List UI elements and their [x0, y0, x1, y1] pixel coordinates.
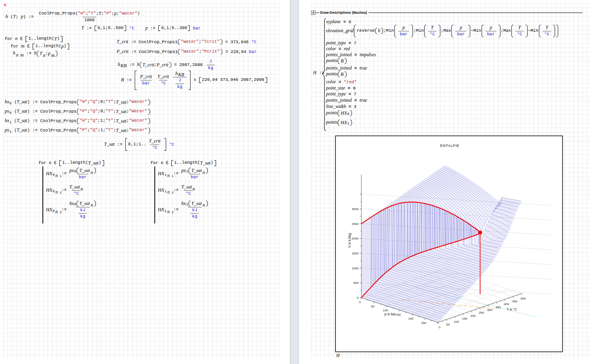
math-token: T — [518, 25, 521, 31]
opt-points-HX0[interactable]: pointsHX0 — [326, 110, 352, 116]
def-h-function[interactable]: h (T; p) := CoolProp_Props ("H"; "T"; T;… — [5, 11, 143, 23]
def-T-range[interactable]: T := 0,1;5..500 °C — [81, 25, 134, 31]
opt-points-B-1[interactable]: pointsB — [326, 58, 347, 64]
math-token: ; — [154, 62, 157, 68]
subscript: 1 — [165, 190, 167, 194]
def-B-matrix[interactable]: B := P_critbar T_crit°C hKBJkg = 220,64 … — [121, 71, 268, 90]
math-token: 220,64 — [231, 49, 246, 54]
math-token: ; — [113, 128, 116, 133]
surface-plot-svg: 0500100015002000250030000501001502002500… — [336, 136, 562, 351]
math-token: 3 — [354, 104, 356, 109]
math-token: 2 — [172, 191, 174, 194]
math-token: ; — [383, 28, 386, 34]
def-px0[interactable]: px0 (T_sat) := CoolProp_Props"P"; "Q"; 0… — [5, 108, 150, 115]
math-token: p — [490, 25, 492, 31]
subscript: 1 — [347, 122, 349, 126]
svg-text:200: 200 — [408, 317, 414, 320]
svg-text:450: 450 — [512, 300, 518, 303]
opt-xyplane[interactable]: xyplane = 0 — [326, 19, 351, 25]
def-hx0[interactable]: hx0 (T_sat) := CoolProp_Props"H"; "Q"; 0… — [5, 99, 150, 105]
svg-text:150: 150 — [462, 317, 467, 320]
math-token: 0 — [100, 109, 103, 114]
math-token: ( — [86, 160, 88, 166]
opt-points-joined-true-1[interactable]: points_joined = true — [326, 65, 367, 71]
math-token: ( — [59, 44, 61, 49]
def-h-KB[interactable]: hKB := hT_crit; P_crit = 2087,2998 Jkg — [118, 59, 216, 71]
math-token: T_sat — [70, 184, 80, 190]
math-token: bar — [191, 175, 199, 180]
def-px1[interactable]: px1 (T_sat) := CoolProp_Props"P"; "Q"; 1… — [5, 127, 150, 134]
math-token: 1 — [165, 173, 167, 177]
math-token: := — [173, 188, 178, 193]
opt-point-size[interactable]: point_size = 0 — [326, 85, 355, 91]
insert-cursor[interactable]: + — [4, 2, 7, 9]
for-n-loop[interactable]: for n ∈ 1..length (T) — [5, 36, 63, 42]
math-token: 2 — [60, 191, 62, 194]
math-token: = — [352, 98, 359, 103]
parentheses: T_crit; P_crit — [140, 62, 171, 68]
math-token: h — [137, 62, 139, 67]
math-token: J — [209, 59, 212, 64]
math-token: T_crit — [149, 138, 160, 144]
math-token: 0 — [53, 190, 55, 193]
math-token: ) — [211, 160, 213, 166]
subscript: KB — [178, 72, 184, 78]
math-token: T_sat — [16, 118, 27, 123]
def-hx1[interactable]: hx1 (T_sat) := CoolProp_Props"H"; "Q"; 1… — [5, 118, 150, 124]
math-token: Min — [531, 28, 539, 34]
opt-point-type-1[interactable]: point_type = 7 — [326, 40, 356, 46]
math-token: := — [173, 171, 178, 177]
for-HX0-body[interactable]: HX0n 1 := px0T_satnbarHX0n 2 := T_satn°C… — [42, 166, 99, 223]
enthalpy-3d-plot[interactable]: 0500100015002000250030000501001502002500… — [335, 135, 563, 352]
math-token: ; — [87, 109, 90, 114]
math-token: ) := — [23, 15, 36, 19]
for-HX0-header[interactable]: for n ∈ 1..length (T_sat) — [38, 160, 104, 166]
math-token: ; — [87, 128, 90, 133]
subscript: n 3 — [167, 209, 174, 215]
math-token: ( — [11, 100, 16, 104]
math-token: ; — [98, 99, 101, 105]
def-T-sat[interactable]: T_sat := 0,1;1..T_crit°C °C — [104, 138, 174, 151]
math-token: n — [203, 202, 205, 208]
math-token: Max — [503, 28, 511, 34]
def-p-range[interactable]: p := 0,1;5..300 bar — [145, 25, 201, 31]
math-token: 0 — [53, 209, 55, 213]
math-token: T_sat — [200, 160, 211, 166]
math-token: ; — [199, 49, 202, 55]
def-P-crit[interactable]: P_crit := CoolProp_Props1"Water"; "Pcrit… — [117, 49, 257, 55]
math-token: ∈ — [17, 37, 25, 41]
for-m-loop[interactable]: for m ∈ 1..length (p) — [11, 43, 70, 49]
math-token: T_sat — [116, 99, 126, 105]
h-matrix-assign[interactable]: hn m := hTn; pm — [13, 50, 58, 57]
math-token: ( — [11, 119, 16, 123]
opt-points-B-2[interactable]: pointsB — [326, 71, 347, 77]
math-token: n — [91, 170, 93, 175]
opt-line-width[interactable]: line_width = 3 — [326, 104, 356, 110]
math-token: h — [118, 62, 120, 67]
math-token: P_crit — [140, 74, 152, 80]
math-token: °C — [517, 32, 522, 37]
opt-points-HX1[interactable]: pointsHX1 — [326, 119, 352, 126]
draw-descriptions-section-header[interactable]: Draw-Descriptions (Maxima) — [311, 10, 583, 15]
def-T-crit[interactable]: T_crit := CoolProp_Props1"Water"; "Tcrit… — [117, 39, 257, 45]
for-HX1-body[interactable]: HX1n 1 := px1T_satnbarHX1n 2 := T_satn°C… — [154, 166, 211, 223]
parentheses: "Water"; "Pcrit" — [178, 49, 222, 55]
opt-points-joined-impulses[interactable]: points_joined = impulses — [326, 52, 376, 58]
math-token: °C — [161, 81, 166, 86]
opt-elevation-grid[interactable]: elevation_gridreverseh; Minpbar; MinT°C;… — [326, 25, 559, 37]
opt-points-joined-true-2[interactable]: points_joined = true — [326, 97, 367, 104]
for-HX1-header[interactable]: for n ∈ 1..length (T_sat) — [150, 160, 216, 166]
math-token: ; — [113, 99, 116, 105]
math-token: hx — [181, 201, 186, 207]
matrix-brackets: 220,64 373,946 2087,2998 — [199, 77, 267, 83]
opt-color-red-string[interactable]: color = "red" — [326, 79, 357, 85]
loop-statement: HX1n 1 := px1T_satnbar — [158, 168, 211, 180]
opt-point-type-2[interactable]: point_type = 7 — [326, 91, 356, 97]
math-token: := — [173, 207, 178, 213]
math-token: "Water" — [181, 39, 199, 45]
svg-text:500: 500 — [520, 297, 526, 300]
collapse-plus-icon[interactable] — [311, 11, 315, 15]
math-token: 0 — [9, 111, 11, 115]
page-divider-strip — [290, 0, 299, 364]
opt-color-1[interactable]: color = red — [326, 46, 350, 52]
